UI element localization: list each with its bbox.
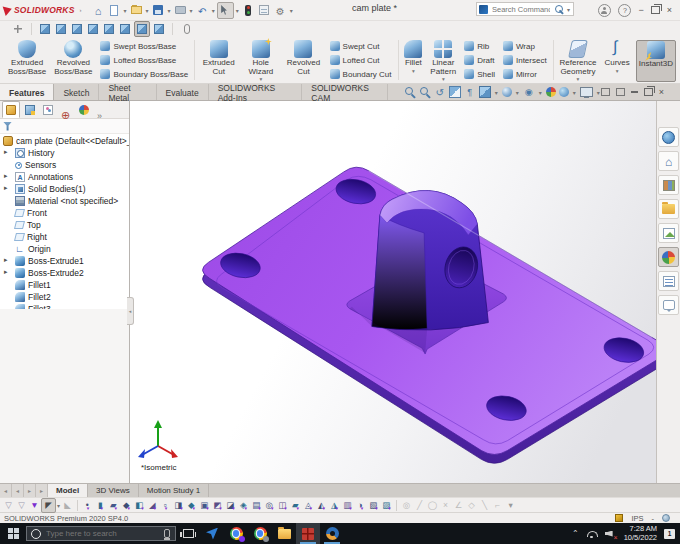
view-cube-button-5[interactable] (102, 22, 116, 36)
solidworks-compass-taskbar-button[interactable] (320, 523, 344, 544)
solidworks-2020-tile-taskbar-button[interactable] (296, 523, 320, 544)
lofted-boss-base-button[interactable]: Lofted Boss/Base (100, 55, 188, 65)
undo-button[interactable] (195, 3, 210, 18)
annotation-view-icon[interactable] (464, 86, 476, 98)
cam-op-icon-22[interactable]: ◑▾ (354, 499, 367, 512)
cam-op-icon-23[interactable]: ▧▾ (367, 499, 380, 512)
configurationmanager-tab-button[interactable] (40, 102, 56, 117)
cam-op-icon-9[interactable]: ◆▾ (185, 499, 198, 512)
forum-button[interactable] (658, 295, 679, 315)
cam-op-icon-8[interactable]: ◨▾ (172, 499, 185, 512)
shell-button[interactable]: Shell (464, 69, 495, 79)
cam-op-icon-21[interactable]: ▥▾ (341, 499, 354, 512)
tab-solidworks-add-ins[interactable]: SOLIDWORKS Add-Ins (209, 84, 303, 100)
action-center-icon[interactable]: 1 (664, 529, 675, 539)
resources-home-button[interactable] (658, 151, 679, 171)
select-tool-icon[interactable]: ◤ (41, 498, 56, 513)
cam-op-icon-2[interactable]: ▮▾ (94, 499, 107, 512)
cam-op-icon-11[interactable]: ◩▾ (211, 499, 224, 512)
dropdown-caret-icon[interactable]: ▾ (146, 7, 149, 14)
tab-nav-icon-3[interactable]: ▸ (24, 484, 36, 497)
dropdown-caret-icon[interactable]: ▾ (168, 7, 171, 14)
revolved-boss-base-button[interactable]: Revolved Boss/Base (52, 40, 94, 76)
open-button[interactable] (129, 3, 144, 18)
tree-item-boss-extrude2[interactable]: ▸Boss-Extrude2 (0, 267, 129, 279)
tree-item-origin[interactable]: Origin (0, 243, 129, 255)
new-file-button[interactable] (107, 3, 122, 18)
displaymanager-tab-button[interactable] (76, 102, 92, 117)
dropdown-caret-icon[interactable]: ▾ (442, 77, 445, 83)
taskbar-clock[interactable]: 7:28 AM 10/5/2022 (624, 525, 657, 542)
tree-item-front[interactable]: Front (0, 207, 129, 219)
sketch-angle-icon[interactable]: ∠ (452, 499, 465, 512)
tree-item-sensors[interactable]: Sensors (0, 159, 129, 171)
cam-op-icon-20[interactable]: ◮▾ (328, 499, 341, 512)
dropdown-caret-icon[interactable]: ▾ (495, 89, 498, 96)
cam-plate-model[interactable] (130, 101, 656, 483)
tab-sketch[interactable]: Sketch (54, 84, 99, 100)
volume-muted-icon[interactable] (605, 529, 617, 538)
expand-arrow-icon[interactable]: ▸ (4, 184, 8, 192)
intersect-button[interactable]: Intersect (503, 55, 547, 65)
view-cube-button-3[interactable] (70, 22, 84, 36)
swept-cut-button[interactable]: Swept Cut (330, 41, 392, 51)
wrap-button[interactable]: Wrap (503, 41, 547, 51)
tree-filter-row[interactable] (0, 119, 129, 134)
doc-restore-right-icon[interactable] (616, 88, 625, 96)
expand-arrow-icon[interactable]: ▸ (4, 268, 8, 276)
cam-op-icon-7[interactable]: ▫▾ (159, 499, 172, 512)
logo-caret-icon[interactable]: › (80, 7, 82, 13)
tab-features[interactable]: Features (0, 84, 54, 100)
cam-op-icon-13[interactable]: ◈▾ (237, 499, 250, 512)
reorient-button[interactable] (10, 22, 25, 37)
tree-item-right[interactable]: Right (0, 231, 129, 243)
save-button[interactable] (151, 3, 166, 18)
extruded-cut-button[interactable]: Extruded Cut (199, 40, 238, 76)
tray-chevron-icon[interactable]: ⌃ (572, 529, 579, 538)
command-search-box[interactable]: ▾ (476, 2, 574, 16)
section-view-icon[interactable] (449, 86, 461, 98)
user-account-icon[interactable] (598, 4, 611, 17)
dropdown-caret-icon[interactable]: ▾ (412, 69, 415, 75)
filter-icon[interactable] (3, 122, 12, 131)
taskbar-search-input[interactable] (44, 528, 161, 539)
sketch-corner-icon[interactable]: ⌐ (491, 499, 504, 512)
cam-op-icon-1[interactable]: •▾ (81, 499, 94, 512)
help-icon[interactable]: ? (618, 4, 631, 17)
tree-item-fillet2[interactable]: Fillet2 (0, 291, 129, 303)
doc-minimize-icon[interactable] (631, 91, 638, 93)
file-properties-button[interactable] (257, 3, 272, 18)
doc-close-icon[interactable]: × (659, 87, 664, 97)
cam-op-icon-24[interactable]: ▨▾ (380, 499, 393, 512)
file-explorer-button[interactable] (658, 199, 679, 219)
tree-root-item[interactable]: cam plate (Default<<Default>_PhotoW (0, 135, 129, 147)
maximize-icon[interactable] (651, 6, 660, 14)
dropdown-caret-icon[interactable]: ▾ (539, 89, 542, 96)
cam-op-icon-10[interactable]: ▣▾ (198, 499, 211, 512)
tree-item-fillet1[interactable]: Fillet1 (0, 279, 129, 291)
tab-sheet-metal[interactable]: Sheet Metal (99, 84, 156, 100)
hole-wizard-button[interactable]: Hole Wizard▾ (242, 40, 279, 83)
cam-op-icon-17[interactable]: ▰▾ (289, 499, 302, 512)
cam-op-icon-5[interactable]: ◧▾ (133, 499, 146, 512)
instant3d-button[interactable]: Instant3D (636, 40, 676, 82)
zoom-area-icon[interactable] (419, 86, 431, 98)
dropdown-caret-icon[interactable]: ▾ (573, 89, 576, 96)
view-cube-button-1[interactable] (38, 22, 52, 36)
propertymanager-tab-button[interactable] (22, 102, 38, 117)
taskbar-search-box[interactable] (26, 526, 176, 541)
extruded-boss-base-button[interactable]: Extruded Boss/Base (6, 40, 48, 76)
sketch-line-icon[interactable]: ╱ (413, 499, 426, 512)
tree-item-history[interactable]: ▸History (0, 147, 129, 159)
close-icon[interactable]: × (667, 5, 672, 15)
revolved-cut-button[interactable]: Revolved Cut (283, 40, 323, 76)
overflow-caret-icon[interactable]: ▾ (504, 499, 517, 512)
cam-op-icon-16[interactable]: ◫▾ (276, 499, 289, 512)
panel-collapse-handle[interactable]: ◂ (127, 297, 134, 325)
expand-arrow-icon[interactable]: ▸ (4, 256, 8, 264)
tree-item-solid-bodies-1[interactable]: ▸Solid Bodies(1) (0, 183, 129, 195)
search-icon[interactable] (554, 4, 564, 14)
view-settings-icon[interactable] (580, 87, 593, 97)
tab-nav-icon-4[interactable]: ▸ (36, 484, 48, 497)
featuremanager-tab-button[interactable] (2, 101, 20, 118)
